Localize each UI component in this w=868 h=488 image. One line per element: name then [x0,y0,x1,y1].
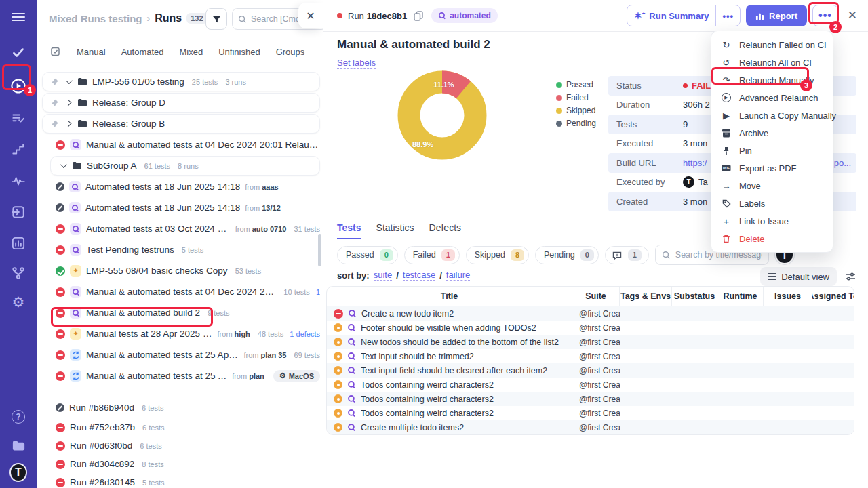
sort-by-testcase[interactable]: testcase [403,270,435,281]
defects-count[interactable]: 1 defects [290,330,320,338]
select-all-icon[interactable] [50,46,61,57]
run-row[interactable]: Manual & automated tests at 25 Apr 2025 … [42,345,320,365]
sort-by-suite[interactable]: suite [374,270,392,281]
breadcrumb-project[interactable]: Mixed Runs testing [49,13,142,24]
column-settings-icon[interactable] [845,272,856,281]
chip-comments[interactable]: 1 [605,246,649,264]
tab-defects[interactable]: Defects [429,222,461,239]
relaunch-all-ci-icon: ↺ [721,58,732,68]
automated-run-icon [70,139,81,150]
tab-unfinished[interactable]: Unfinished [218,47,260,57]
close-icon[interactable]: ✕ [848,9,857,21]
menu-item-relaunch-all-ci[interactable]: ↺Relaunch All on CI [711,54,833,71]
test-row[interactable]: Text input field should be cleared after… [327,363,854,378]
chevron-down-icon[interactable] [60,161,67,168]
import-icon[interactable] [9,203,27,221]
folder-row[interactable]: Release: Group D [42,93,320,113]
run-summary-button[interactable]: ✶+Run Summary ••• [627,5,741,26]
skipped-status-icon [334,380,342,389]
default-view-button[interactable]: Default view [760,267,837,286]
settings-gear-icon[interactable]: ⚙ [9,293,27,310]
chip-skipped[interactable]: Skipped8 [466,246,529,264]
menu-item-launch-copy[interactable]: ▶Launch a Copy Manually [711,106,833,124]
run-row[interactable]: Run #752eb37b 6 tests [42,419,320,436]
report-button[interactable]: Report [746,5,807,26]
menu-item-advanced-relaunch[interactable]: ▶Advanced Relaunch [711,89,833,106]
run-row[interactable]: Run #0d63f0bd 6 tests [42,437,320,454]
test-row[interactable]: Todos containing weird characters2 @firs… [327,392,854,406]
run-row-selected[interactable]: Manual & automated build 2 9 tests [42,303,320,323]
copy-icon[interactable] [414,11,423,21]
run-id: 18dec8b1 [367,11,407,21]
tab-groups[interactable]: Groups [276,47,305,57]
test-row[interactable]: Text input should be trimmed2 @first Cre… [327,349,854,363]
run-row[interactable]: Automated tests at 18 Jun 2025 14:18 fro… [42,198,320,218]
folder-row[interactable]: LMP-556 01/05 testing 25 tests 3 runs [42,72,320,92]
steps-icon[interactable] [9,141,27,159]
build-url-link-end[interactable]: po... [834,158,856,168]
build-url-link[interactable]: https:/ [683,158,707,168]
sort-by-failure[interactable]: failure [446,270,470,281]
menu-item-pin[interactable]: Pin [711,142,833,159]
menu-item-export-pdf[interactable]: PDFExport as PDF [711,159,833,177]
analytics-icon[interactable] [9,235,27,252]
test-row[interactable]: New todos should be added to the bottom … [327,335,854,349]
run-row[interactable]: Test Pending testruns 5 tests [42,240,320,260]
chip-failed[interactable]: Failed1 [404,246,460,264]
tests-check-icon[interactable] [9,43,27,61]
chevron-right-icon[interactable] [65,100,72,106]
run-row[interactable]: Run #b86b940d 6 tests [42,398,320,418]
test-row[interactable]: Todos containing weird characters2 @firs… [327,406,854,420]
chip-passed[interactable]: Passed0 [337,246,398,264]
test-row[interactable]: Create a new todo item2 @first Create ..… [327,306,854,321]
run-row[interactable]: Automated tests at 18 Jun 2025 14:18 fro… [42,177,320,197]
run-row[interactable]: Run #26d30145 5 tests [42,474,320,488]
test-row[interactable]: Todos containing weird characters2 @firs… [327,378,854,392]
menu-item-relaunch-manually[interactable]: ↷Relaunch Manually [711,71,833,89]
menu-item-relaunch-failed-ci[interactable]: ↻Relaunch Failed on CI [711,36,833,54]
menu-item-archive[interactable]: Archive [711,124,833,142]
run-row[interactable]: ✦ LMP-555 08/04 basic checks Copy 53 tes… [42,261,320,281]
chip-pending[interactable]: Pending0 [535,246,599,264]
run-summary-more-button[interactable]: ••• [715,5,740,26]
runs-list-panel: Mixed Runs testing › Runs 132 ✕ Manual A… [37,0,323,488]
tab-mixed[interactable]: Mixed [180,47,203,57]
folder-row[interactable]: SubGroup A 61 tests 8 runs [50,156,320,176]
run-row[interactable]: Run #d304c892 8 tests [42,455,320,472]
tab-statistics[interactable]: Statistics [376,222,414,239]
tab-tests[interactable]: Tests [337,222,361,239]
user-avatar[interactable]: T [9,464,27,481]
menu-item-link-to-issue[interactable]: +Link to Issue [711,212,833,230]
funnel-icon [212,14,222,24]
run-row[interactable]: Manual & automated tests at 04 Dec 2024 … [42,282,320,302]
defects-count[interactable]: 1 [316,288,320,296]
test-row[interactable]: Create multiple todo items2 @first Creat… [327,420,854,434]
scrollbar[interactable] [318,234,321,266]
tab-manual[interactable]: Manual [77,47,106,57]
set-labels-link[interactable]: Set labels [337,58,376,69]
projects-folder-icon[interactable] [9,436,27,454]
run-row[interactable]: ✦ Manual tests at 28 Apr 2025 16:50 from… [42,324,320,344]
branches-icon[interactable] [9,264,27,282]
menu-item-delete[interactable]: Delete [711,230,833,247]
chevron-right-icon[interactable] [65,121,72,127]
manual-run-icon: ✦ [70,328,81,340]
pulse-icon[interactable] [9,172,27,190]
filter-button[interactable] [205,8,227,30]
chevron-down-icon[interactable] [66,77,73,84]
folder-title: LMP-556 01/05 testing [92,77,184,87]
tests-table: Title Suite Tags & Envs Substatus Runtim… [326,286,854,435]
menu-icon[interactable] [9,8,27,26]
folder-row[interactable]: Release: Group B [42,114,320,134]
plans-list-icon[interactable] [9,110,27,127]
run-row[interactable]: Manual & automated tests at 04 Dec 2024 … [42,135,320,155]
panel-close-button[interactable]: ✕ [298,3,323,28]
menu-item-labels[interactable]: Labels [711,195,833,212]
run-row[interactable]: Manual & automated tests at 25 Apr 2025 … [42,366,320,386]
automated-icon [347,352,356,361]
help-icon[interactable]: ? [9,408,27,426]
menu-item-move[interactable]: →Move [711,177,833,195]
test-row[interactable]: Footer should be visible when adding TOD… [327,321,854,335]
run-row[interactable]: Automated tests at 03 Oct 2024 20:25 fro… [42,219,320,239]
tab-automated[interactable]: Automated [121,47,164,57]
